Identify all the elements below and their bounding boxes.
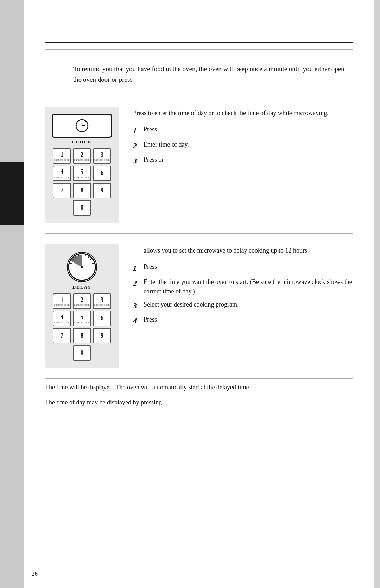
delay-step-4-text: Press bbox=[144, 315, 157, 324]
clock-description: Press to enter the time of day or to che… bbox=[133, 108, 353, 119]
delay-key-4-express: EXPRESS COOK bbox=[54, 321, 70, 323]
key-5[interactable]: 5 EXPRESS COOK bbox=[73, 166, 91, 181]
delay-key-5-express: EXPRESS COOK bbox=[74, 321, 90, 323]
delay-key-3-label: 3 bbox=[101, 296, 104, 304]
key-6-label: 6 bbox=[101, 169, 104, 177]
clock-button[interactable] bbox=[52, 114, 112, 138]
top-rule bbox=[45, 42, 353, 43]
key-0-label: 0 bbox=[81, 204, 84, 211]
delay-key-5[interactable]: 5 EXPRESS COOK bbox=[73, 311, 91, 326]
delay-key-1[interactable]: 1 EXPRESS COOK bbox=[53, 293, 71, 309]
delay-label: DELAY bbox=[72, 284, 91, 290]
page-number: 26 bbox=[32, 570, 38, 577]
clock-label: CLOCK bbox=[72, 139, 92, 145]
delay-keypad-panel: DELAY 1 EXPRESS COOK 2 EXPRESS COOK 3 EX… bbox=[45, 244, 119, 368]
delay-key-6-label: 6 bbox=[101, 315, 104, 322]
clock-step-1-text: Press bbox=[144, 125, 157, 134]
clock-steps: 1 Press 2 Enter time of day. 3 Press or bbox=[133, 125, 353, 167]
key-7-label: 7 bbox=[61, 187, 64, 194]
delay-key-7[interactable]: 7 bbox=[53, 328, 71, 343]
bottom-section: The time will be displayed. The oven wil… bbox=[45, 379, 353, 427]
clock-step-3-text: Press or bbox=[144, 155, 164, 165]
delay-step-2-text: Enter the time you want the oven to star… bbox=[144, 277, 353, 296]
key-0[interactable]: 0 bbox=[73, 200, 91, 216]
delay-key-8-label: 8 bbox=[81, 332, 84, 339]
delay-key-3[interactable]: 3 EXPRESS COOK bbox=[93, 293, 111, 309]
delay-key-5-label: 5 bbox=[81, 314, 84, 321]
clock-keypad-panel: CLOCK 1 EXPRESS COOK 2 EXPRESS COOK 3 EX… bbox=[45, 107, 119, 223]
delay-key-0[interactable]: 0 bbox=[73, 345, 91, 361]
sidebar-black-block bbox=[0, 162, 24, 225]
key-5-label: 5 bbox=[81, 168, 84, 176]
clock-step-1-number: 1 bbox=[133, 125, 141, 136]
clock-step-3: 3 Press or bbox=[133, 155, 353, 167]
key-7[interactable]: 7 bbox=[53, 183, 71, 198]
delay-key-3-express: EXPRESS COOK bbox=[94, 304, 110, 306]
clock-text: Press to enter the time of day or to che… bbox=[133, 107, 353, 171]
clock-section: CLOCK 1 EXPRESS COOK 2 EXPRESS COOK 3 EX… bbox=[45, 96, 353, 233]
delay-dial-icon bbox=[66, 251, 98, 283]
delay-section: DELAY 1 EXPRESS COOK 2 EXPRESS COOK 3 EX… bbox=[45, 234, 353, 378]
key-2[interactable]: 2 EXPRESS COOK bbox=[73, 148, 91, 164]
delay-key-2-label: 2 bbox=[81, 296, 84, 304]
clock-step-2-text: Enter time of day. bbox=[144, 140, 189, 149]
key-3-label: 3 bbox=[101, 151, 104, 159]
svg-line-12 bbox=[92, 263, 94, 264]
delay-text: allows you to set the microwave to delay… bbox=[133, 244, 353, 330]
key-9-label: 9 bbox=[101, 187, 104, 194]
key-9[interactable]: 9 bbox=[93, 183, 111, 198]
key-2-express: EXPRESS COOK bbox=[74, 159, 90, 161]
delay-step-3: 3 Select your desired cooking program. bbox=[133, 300, 353, 311]
delay-key-8[interactable]: 8 bbox=[73, 328, 91, 343]
key-8-label: 8 bbox=[81, 187, 84, 194]
delay-key-4-label: 4 bbox=[61, 314, 64, 321]
delay-key-4[interactable]: 4 EXPRESS COOK bbox=[53, 311, 71, 326]
delay-step-3-number: 3 bbox=[133, 300, 141, 311]
svg-line-16 bbox=[70, 263, 72, 264]
delay-step-1-text: Press bbox=[144, 262, 157, 272]
key-2-label: 2 bbox=[81, 151, 84, 159]
delay-description: allows you to set the microwave to delay… bbox=[133, 246, 353, 256]
delay-key-9-label: 9 bbox=[101, 332, 104, 339]
key-4-label: 4 bbox=[61, 168, 64, 176]
clock-icon bbox=[75, 118, 89, 133]
delay-step-1: 1 Press bbox=[133, 262, 353, 274]
sidebar-left bbox=[0, 0, 24, 588]
delay-step-1-number: 1 bbox=[133, 262, 141, 274]
delay-step-3-text: Select your desired cooking program. bbox=[144, 300, 239, 309]
sidebar-right bbox=[374, 0, 380, 588]
delay-step-4: 4 Press bbox=[133, 315, 353, 327]
delay-step-2-number: 2 bbox=[133, 277, 141, 289]
delay-key-9[interactable]: 9 bbox=[93, 328, 111, 343]
main-content: To remind you that you have food in the … bbox=[24, 42, 374, 427]
intro-text: To remind you that you have food in the … bbox=[73, 64, 353, 85]
clock-num-grid: 1 EXPRESS COOK 2 EXPRESS COOK 3 EXPRESS … bbox=[53, 148, 111, 216]
delay-key-6[interactable]: 6 bbox=[93, 311, 111, 326]
clock-step-3-number: 3 bbox=[133, 155, 141, 167]
svg-point-17 bbox=[81, 266, 83, 268]
key-8[interactable]: 8 bbox=[73, 183, 91, 198]
key-3[interactable]: 3 EXPRESS COOK bbox=[93, 148, 111, 164]
delay-key-7-label: 7 bbox=[61, 332, 64, 339]
delay-key-1-express: EXPRESS COOK bbox=[54, 304, 70, 306]
key-5-express: EXPRESS COOK bbox=[74, 176, 90, 178]
key-1[interactable]: 1 EXPRESS COOK bbox=[53, 148, 71, 164]
key-3-express: EXPRESS COOK bbox=[94, 159, 110, 161]
delay-num-grid: 1 EXPRESS COOK 2 EXPRESS COOK 3 EXPRESS … bbox=[53, 293, 111, 361]
delay-key-0-label: 0 bbox=[81, 349, 84, 357]
bottom-text-1: The time will be displayed. The oven wil… bbox=[45, 382, 353, 393]
delay-key-2[interactable]: 2 EXPRESS COOK bbox=[73, 293, 91, 309]
clock-step-1: 1 Press bbox=[133, 125, 353, 136]
key-6[interactable]: 6 bbox=[93, 166, 111, 181]
bottom-text-2: The time of day may be displayed by pres… bbox=[45, 397, 353, 408]
key-4-express: EXPRESS COOK bbox=[54, 176, 70, 178]
clock-step-2: 2 Enter time of day. bbox=[133, 140, 353, 151]
delay-step-2: 2 Enter the time you want the oven to st… bbox=[133, 277, 353, 296]
delay-key-2-express: EXPRESS COOK bbox=[74, 304, 90, 306]
key-4[interactable]: 4 EXPRESS COOK bbox=[53, 166, 71, 181]
delay-key-1-label: 1 bbox=[61, 296, 64, 304]
key-1-label: 1 bbox=[61, 151, 64, 159]
intro-section: To remind you that you have food in the … bbox=[45, 50, 353, 96]
key-1-express: EXPRESS COOK bbox=[54, 159, 70, 161]
delay-steps: 1 Press 2 Enter the time you want the ov… bbox=[133, 262, 353, 327]
